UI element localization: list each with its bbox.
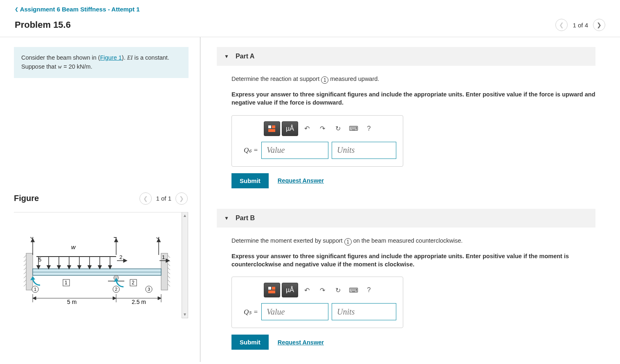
submit-button[interactable]: Submit — [231, 335, 269, 350]
figure-pager-label: 1 of 1 — [156, 195, 171, 202]
keyboard-icon[interactable]: ⌨ — [346, 121, 360, 136]
svg-marker-74 — [158, 297, 161, 300]
svg-line-3 — [24, 264, 26, 266]
svg-rect-79 — [272, 125, 275, 128]
svg-line-15 — [168, 276, 170, 278]
reset-icon[interactable]: ↻ — [331, 121, 345, 136]
svg-text:4: 4 — [114, 237, 117, 240]
svg-line-8 — [24, 284, 26, 286]
svg-line-1 — [24, 255, 26, 258]
left-column: Consider the beam shown in (Figure 1). E… — [0, 37, 200, 362]
svg-line-12 — [168, 264, 170, 266]
problem-pager: ❮ 1 of 4 ❯ — [555, 19, 605, 31]
svg-rect-78 — [268, 125, 271, 128]
prev-problem-button[interactable]: ❮ — [555, 19, 568, 31]
svg-line-4 — [24, 268, 26, 270]
svg-marker-48 — [166, 259, 169, 262]
svg-marker-26 — [47, 266, 50, 269]
svg-text:2: 2 — [119, 254, 122, 260]
request-answer-link[interactable]: Request Answer — [278, 177, 324, 184]
next-problem-button[interactable]: ❯ — [593, 19, 605, 31]
svg-marker-69 — [33, 297, 36, 300]
undo-icon[interactable]: ↶ — [300, 121, 314, 136]
caret-down-icon: ▼ — [224, 54, 229, 59]
problem-title: Problem 15.6 — [15, 20, 71, 30]
units-symbol-button[interactable]: µÅ — [282, 121, 298, 136]
header-row: Problem 15.6 ❮ 1 of 4 ❯ — [0, 17, 620, 37]
part-b-question: Determine the moment exerted by support … — [231, 237, 595, 246]
breadcrumb-text: Assignment 6 Beam Stiffness - Attempt 1 — [20, 6, 140, 13]
svg-text:1: 1 — [34, 287, 36, 292]
redo-icon[interactable]: ↷ — [315, 283, 329, 297]
variable-label: Q₅ = — [238, 308, 258, 316]
figure-header: Figure ❮ 1 of 1 ❯ — [14, 192, 188, 205]
svg-rect-80 — [268, 129, 275, 132]
units-input[interactable] — [332, 303, 396, 320]
svg-text:3: 3 — [148, 287, 150, 292]
svg-rect-83 — [268, 290, 275, 293]
value-input[interactable] — [261, 303, 328, 320]
svg-marker-24 — [37, 266, 40, 269]
prompt-box: Consider the beam shown in (Figure 1). E… — [14, 47, 189, 78]
svg-rect-0 — [26, 253, 33, 290]
svg-marker-36 — [98, 266, 101, 269]
units-input[interactable] — [332, 142, 396, 159]
svg-marker-46 — [124, 259, 127, 262]
answer-box-b: µÅ ↶ ↷ ↻ ⌨ ? Q₅ = — [231, 277, 403, 328]
svg-rect-81 — [268, 287, 271, 290]
variable-label: Q₆ = — [238, 146, 258, 154]
figure-link[interactable]: Figure 1 — [100, 54, 122, 61]
svg-text:2: 2 — [132, 280, 135, 286]
templates-icon[interactable] — [264, 121, 280, 136]
part-a-question: Determine the reaction at support 1 meas… — [231, 76, 595, 84]
beam-figure: 6 4 3 w 5 2 1 1 2 1 2 — [14, 212, 182, 318]
svg-text:5 m: 5 m — [67, 299, 76, 305]
svg-line-6 — [24, 276, 26, 278]
units-symbol-button[interactable]: µÅ — [282, 283, 298, 297]
svg-line-17 — [168, 284, 170, 286]
part-a-header[interactable]: ▼ Part A — [217, 47, 595, 66]
keyboard-icon[interactable]: ⌨ — [346, 283, 360, 297]
answer-toolbar: µÅ ↶ ↷ ↻ ⌨ ? — [264, 121, 396, 136]
part-title: Part B — [236, 214, 255, 222]
part-a-body: Determine the reaction at support 1 meas… — [217, 76, 595, 201]
figure-title: Figure — [14, 194, 39, 203]
svg-text:1: 1 — [162, 254, 165, 260]
part-a-instructions: Express your answer to three significant… — [231, 90, 595, 107]
part-b-header[interactable]: ▼ Part B — [217, 209, 595, 228]
request-answer-link[interactable]: Request Answer — [278, 339, 324, 346]
scroll-up-icon[interactable]: ▲ — [182, 212, 188, 219]
figure-scrollbar[interactable]: ▲ ▼ — [182, 212, 188, 318]
svg-text:w: w — [71, 243, 76, 250]
value-input[interactable] — [261, 142, 328, 159]
help-icon[interactable]: ? — [362, 121, 376, 136]
figure-next-button[interactable]: ❯ — [175, 192, 188, 205]
figure-prev-button[interactable]: ❮ — [139, 192, 152, 205]
undo-icon[interactable]: ↶ — [300, 283, 314, 297]
svg-line-7 — [24, 280, 26, 282]
svg-text:1: 1 — [65, 280, 67, 286]
svg-line-16 — [168, 280, 170, 282]
part-b-body: Determine the moment exerted by support … — [217, 237, 595, 362]
scroll-down-icon[interactable]: ▼ — [182, 311, 188, 318]
svg-text:5: 5 — [38, 257, 41, 263]
redo-icon[interactable]: ↷ — [315, 121, 329, 136]
svg-line-5 — [24, 272, 26, 274]
templates-icon[interactable] — [264, 283, 280, 297]
part-title: Part A — [236, 53, 255, 60]
svg-marker-28 — [57, 266, 61, 269]
svg-marker-34 — [88, 266, 91, 269]
submit-button[interactable]: Submit — [231, 173, 269, 188]
answer-toolbar: µÅ ↶ ↷ ↻ ⌨ ? — [264, 283, 396, 297]
svg-text:2.5 m: 2.5 m — [132, 299, 146, 305]
svg-line-10 — [168, 255, 170, 258]
part-b-instructions: Express your answer to three significant… — [231, 252, 595, 269]
help-icon[interactable]: ? — [362, 283, 376, 297]
reset-icon[interactable]: ↻ — [331, 283, 345, 297]
right-column: ▼ Part A Determine the reaction at suppo… — [200, 37, 620, 362]
answer-box-a: µÅ ↶ ↷ ↻ ⌨ ? Q₆ = — [231, 115, 403, 167]
breadcrumb[interactable]: ❮ Assignment 6 Beam Stiffness - Attempt … — [0, 0, 620, 17]
pager-label: 1 of 4 — [573, 22, 588, 29]
svg-marker-38 — [108, 266, 112, 269]
svg-text:6: 6 — [30, 237, 34, 240]
